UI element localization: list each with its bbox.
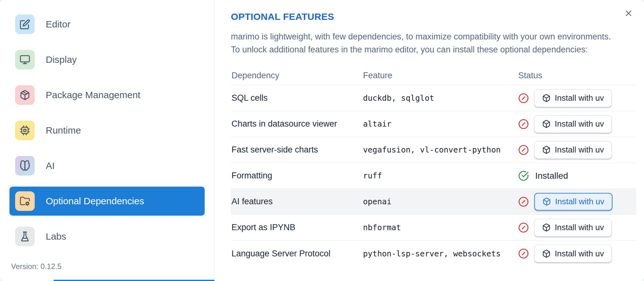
settings-dialog: Editor Display Package Management Runtim…: [0, 0, 644, 281]
box-icon: [542, 94, 551, 102]
status-cell: Install with uv: [518, 219, 636, 236]
install-button-label: Install with uv: [555, 223, 604, 232]
column-header-status: Status: [518, 71, 636, 81]
status-cell: Install with uv: [518, 193, 636, 211]
status-cell: Install with uv: [518, 245, 636, 262]
settings-sidebar: Editor Display Package Management Runtim…: [0, 0, 214, 281]
sidebar-item-label: Optional Dependencies: [46, 196, 144, 206]
description-line-2: To unlock additional features in the mar…: [231, 45, 588, 54]
sidebar-item-label: Runtime: [46, 125, 81, 136]
installed-label: Installed: [535, 171, 568, 181]
sidebar-item-runtime[interactable]: Runtime: [9, 116, 205, 145]
pencil-square-icon: [15, 15, 35, 34]
install-button-label: Install with uv: [555, 145, 604, 155]
box-icon: [542, 223, 551, 232]
optional-features-table: Dependency Feature Status SQL cellsduckd…: [231, 66, 636, 266]
box-icon: [542, 249, 551, 258]
table-row: SQL cellsduckdb, sqlglotInstall with uv: [231, 85, 636, 111]
dependency-cell: Fast server-side charts: [231, 145, 363, 155]
circle-x-icon: [518, 196, 529, 207]
sidebar-item-display[interactable]: Display: [9, 45, 205, 74]
table-row: FormattingruffInstalled: [231, 163, 636, 189]
monitor-icon: [15, 50, 35, 69]
install-with-uv-button[interactable]: Install with uv: [534, 115, 612, 133]
dependency-cell: Charts in datasource viewer: [231, 119, 363, 129]
circle-x-icon: [518, 119, 529, 129]
sidebar-item-optional-dependencies[interactable]: Optional Dependencies: [9, 187, 205, 216]
dependency-cell: Formatting: [231, 171, 363, 181]
sidebar-item-package-management[interactable]: Package Management: [9, 81, 205, 110]
install-with-uv-button[interactable]: Install with uv: [534, 219, 612, 236]
circle-x-icon: [518, 145, 529, 155]
column-header-feature: Feature: [363, 71, 518, 81]
feature-packages: nbformat: [363, 223, 401, 232]
status-cell: Install with uv: [518, 115, 636, 133]
box-icon: [542, 120, 551, 128]
install-with-uv-button[interactable]: Install with uv: [534, 193, 612, 211]
feature-cell: vegafusion, vl-convert-python: [363, 145, 518, 155]
feature-packages: vegafusion, vl-convert-python: [363, 145, 501, 154]
feature-cell: nbformat: [363, 223, 518, 232]
column-header-dependency: Dependency: [231, 71, 363, 81]
dependency-cell: SQL cells: [231, 93, 363, 103]
bottom-accent-bar: [54, 280, 214, 281]
sidebar-item-label: Editor: [46, 19, 70, 30]
box-icon: [542, 197, 551, 206]
circle-x-icon: [518, 248, 529, 259]
table-row: AI featuresopenaiInstall with uv: [231, 189, 636, 215]
status-cell: Install with uv: [518, 89, 636, 107]
install-button-label: Install with uv: [555, 119, 604, 129]
feature-packages: ruff: [363, 171, 382, 180]
sidebar-item-label: AI: [46, 160, 55, 171]
sidebar-item-ai[interactable]: AI: [9, 151, 205, 180]
table-row: Charts in datasource vieweraltairInstall…: [231, 111, 636, 137]
feature-packages: python-lsp-server, websockets: [363, 249, 501, 258]
panel-description: marimo is lightweight, with few dependen…: [231, 30, 636, 56]
sidebar-item-labs[interactable]: Labs: [9, 222, 205, 251]
status-cell: Install with uv: [518, 141, 636, 159]
close-icon[interactable]: [623, 8, 634, 19]
version-label: Version: 0.12.5: [11, 262, 61, 271]
page-title: OPTIONAL FEATURES: [231, 11, 636, 22]
feature-packages: altair: [363, 119, 391, 129]
install-button-label: Install with uv: [555, 249, 604, 259]
sidebar-item-editor[interactable]: Editor: [9, 10, 205, 39]
description-line-1: marimo is lightweight, with few dependen…: [231, 32, 611, 41]
dependency-cell: Language Server Protocol: [231, 249, 363, 259]
dependency-cell: Export as IPYNB: [231, 223, 363, 232]
sidebar-item-label: Labs: [46, 231, 66, 242]
circle-x-icon: [518, 222, 529, 233]
feature-cell: duckdb, sqlglot: [363, 93, 518, 103]
status-cell: Installed: [518, 170, 636, 181]
feature-packages: openai: [363, 197, 391, 206]
box-icon: [542, 146, 551, 154]
install-with-uv-button[interactable]: Install with uv: [534, 245, 612, 262]
table-row: Export as IPYNBnbformatInstall with uv: [231, 215, 636, 241]
table-row: Fast server-side chartsvegafusion, vl-co…: [231, 137, 636, 163]
sidebar-item-label: Package Management: [46, 90, 140, 100]
feature-cell: python-lsp-server, websockets: [363, 249, 518, 259]
feature-cell: openai: [363, 197, 518, 206]
dependency-cell: AI features: [231, 197, 363, 206]
install-button-label: Install with uv: [555, 197, 604, 206]
folder-cog-icon: [15, 191, 35, 211]
install-with-uv-button[interactable]: Install with uv: [534, 89, 612, 107]
optional-features-panel: OPTIONAL FEATURES marimo is lightweight,…: [214, 0, 644, 281]
cpu-icon: [15, 121, 35, 140]
features-table-body: SQL cellsduckdb, sqlglotInstall with uvC…: [231, 85, 636, 266]
circle-check-icon: [518, 170, 529, 181]
table-row: Language Server Protocolpython-lsp-serve…: [231, 241, 636, 266]
table-header-row: Dependency Feature Status: [231, 66, 636, 85]
install-button-label: Install with uv: [555, 93, 604, 103]
circle-x-icon: [518, 93, 529, 104]
install-with-uv-button[interactable]: Install with uv: [534, 141, 612, 159]
flask-icon: [15, 227, 35, 246]
package-icon: [15, 85, 35, 105]
brain-icon: [15, 156, 35, 176]
sidebar-item-label: Display: [46, 54, 77, 65]
feature-cell: altair: [363, 119, 518, 129]
feature-packages: duckdb, sqlglot: [363, 93, 434, 103]
feature-cell: ruff: [363, 171, 518, 181]
